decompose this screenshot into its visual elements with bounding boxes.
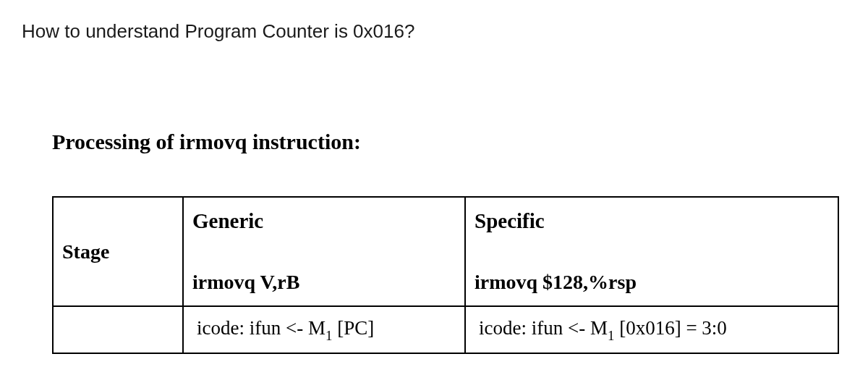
specific-subscript: 1: [608, 328, 614, 343]
specific-header-bottom: irmovq $128,%rsp: [466, 245, 838, 305]
specific-header-cell: Specific irmovq $128,%rsp: [465, 197, 838, 306]
stage-header-cell: Stage: [53, 197, 183, 306]
generic-prefix: icode: ifun <- M: [197, 317, 326, 339]
table-row: icode: ifun <- M1 [PC] icode: ifun <- M1…: [53, 306, 838, 353]
table-header-row: Stage Generic irmovq V,rB Specific irmov…: [53, 197, 838, 306]
generic-header-top: Generic: [184, 198, 464, 245]
specific-suffix: [0x016] = 3:0: [614, 317, 726, 339]
specific-prefix: icode: ifun <- M: [479, 317, 608, 339]
specific-header-top: Specific: [466, 198, 838, 245]
generic-header-bottom: irmovq V,rB: [184, 245, 464, 305]
stage-label: Stage: [62, 240, 109, 263]
instruction-table: Stage Generic irmovq V,rB Specific irmov…: [52, 196, 839, 354]
generic-suffix: [PC]: [332, 317, 374, 339]
section-heading: Processing of irmovq instruction:: [52, 130, 839, 154]
question-text: How to understand Program Counter is 0x0…: [22, 20, 846, 43]
stage-empty-cell: [53, 306, 183, 353]
specific-data-cell: icode: ifun <- M1 [0x016] = 3:0: [465, 306, 838, 353]
content-block: Processing of irmovq instruction: Stage …: [52, 130, 839, 354]
generic-subscript: 1: [326, 328, 332, 343]
generic-data-cell: icode: ifun <- M1 [PC]: [183, 306, 465, 353]
generic-header-cell: Generic irmovq V,rB: [183, 197, 465, 306]
